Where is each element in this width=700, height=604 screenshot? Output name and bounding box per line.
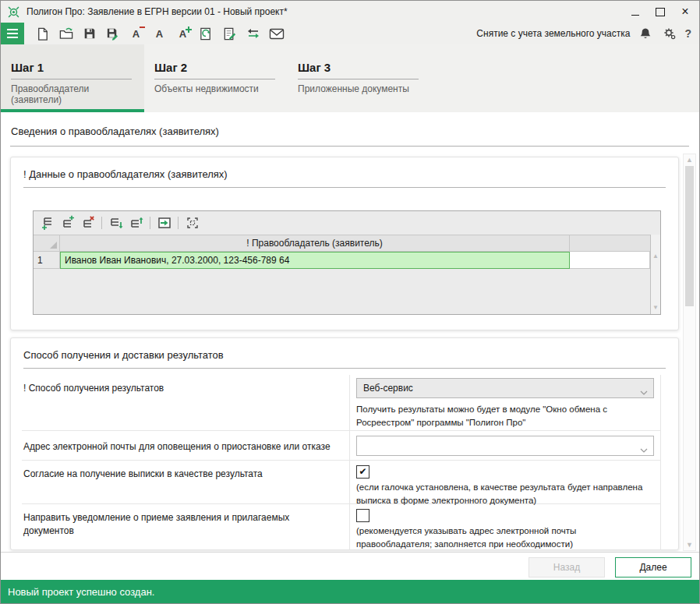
email-input[interactable]: [363, 440, 636, 452]
check-document-icon[interactable]: [221, 24, 239, 43]
table-toolbar: [34, 211, 660, 235]
wizard-steps: Шаг 1 Правообладатели (заявители) Шаг 2 …: [1, 44, 699, 112]
result-method-select[interactable]: Веб-сервис: [356, 378, 654, 398]
expand-table-icon[interactable]: [183, 214, 201, 232]
status-message: Новый проект успешно создан.: [8, 586, 154, 598]
section-divider: [10, 146, 689, 147]
close-button[interactable]: ×: [673, 1, 698, 23]
delete-row-icon[interactable]: [79, 214, 97, 232]
close-icon: ×: [681, 5, 688, 18]
wizard-footer: Назад Далее: [1, 552, 699, 581]
scroll-down-icon[interactable]: ▼: [684, 541, 695, 549]
delivery-card: Способ получения и доставки результатов …: [10, 337, 679, 550]
rightholders-card-title: ! Данные о правообладателях (заявителях): [23, 168, 666, 188]
grid-extra-header: [570, 235, 650, 252]
main-toolbar: A A A Снятие с учета земельного участка: [1, 23, 699, 44]
scroll-up-icon[interactable]: ▲: [684, 156, 695, 164]
step-sublabel: Правообладатели (заявители): [11, 83, 135, 105]
select-value: Веб-сервис: [363, 383, 413, 394]
module-label: Снятие с учета земельного участка: [476, 28, 630, 39]
grid-column-header[interactable]: ! Правообладатель (заявитель): [60, 235, 570, 252]
toolbar-separator: [178, 217, 179, 229]
window-title: Полигон Про: Заявление в ЕГРН версии 01 …: [27, 6, 288, 17]
chevron-down-icon: [640, 444, 648, 455]
grid-header-row: ! Правообладатель (заявитель): [34, 235, 650, 252]
minus-mark-icon: [140, 26, 145, 28]
table-row: 1 Иванов Иван Иванович, 27.03.2000, 123-…: [34, 252, 650, 269]
field-label: Направить уведомление о приеме заявления…: [22, 504, 349, 550]
row-number-cell[interactable]: 1: [34, 252, 60, 269]
grid-select-all-cell[interactable]: [34, 235, 60, 252]
app-logo-icon: [7, 5, 20, 19]
menu-button[interactable]: [1, 23, 24, 44]
delivery-card-title: Способ получения и доставки результатов: [23, 349, 666, 369]
toolbar-separator: [150, 217, 150, 229]
toolbar-icons: A A A: [24, 24, 285, 43]
status-bar: Новый проект успешно создан.: [1, 580, 699, 603]
plus-mark-icon: [186, 26, 192, 33]
move-row-down-icon[interactable]: [107, 214, 125, 232]
xml-view-icon[interactable]: [197, 24, 215, 43]
save-as-icon[interactable]: [104, 24, 122, 43]
rightholders-card: ! Данные о правообладателях (заявителях): [10, 157, 679, 330]
window-controls: ×: [623, 1, 698, 23]
minimize-icon: [631, 15, 639, 16]
field-notify: Направить уведомление о приеме заявления…: [22, 504, 660, 550]
scroll-up-icon[interactable]: ▲: [652, 253, 659, 260]
field-hint: (если галочка установлена, в качестве ре…: [356, 481, 654, 507]
title-bar: Полигон Про: Заявление в ЕГРН версии 01 …: [1, 1, 699, 23]
step-sublabel: Приложенные документы: [298, 83, 422, 94]
move-row-up-icon[interactable]: [127, 214, 145, 232]
add-row-icon[interactable]: [38, 214, 56, 232]
extract-consent-checkbox[interactable]: ✔: [356, 465, 369, 479]
font-default-icon[interactable]: A: [150, 24, 168, 43]
rightholder-cell[interactable]: Иванов Иван Иванович, 27.03.2000, 123-45…: [60, 252, 570, 269]
font-decrease-icon[interactable]: A: [127, 24, 145, 43]
notify-checkbox[interactable]: [356, 509, 369, 522]
next-button[interactable]: Далее: [615, 557, 691, 578]
toolbar-right: Снятие с учета земельного участка ?: [476, 24, 699, 43]
field-hint: Получить результаты можно будет в модуле…: [356, 403, 654, 429]
app-window: Полигон Про: Заявление в ЕГРН версии 01 …: [0, 0, 700, 604]
insert-row-icon[interactable]: [58, 214, 76, 232]
field-result-method: ! Способ получения результатов Веб-серви…: [22, 375, 660, 431]
tab-step-2[interactable]: Шаг 2 Объекты недвижимости: [144, 44, 288, 112]
field-label: ! Способ получения результатов: [22, 375, 349, 430]
send-mail-icon[interactable]: [267, 24, 285, 43]
scroll-down-icon[interactable]: ▼: [652, 305, 659, 311]
open-project-icon[interactable]: [57, 24, 75, 43]
scrollbar-thumb[interactable]: [685, 166, 694, 306]
field-label: Адрес электронной почты для оповещения о…: [22, 431, 349, 460]
page-scrollbar[interactable]: ▲ ▼: [683, 154, 696, 551]
rightholders-grid: ! Правообладатель (заявитель) 1 Иванов И…: [34, 235, 650, 269]
tab-step-3[interactable]: Шаг 3 Приложенные документы: [288, 44, 431, 112]
maximize-icon: [656, 8, 665, 16]
delivery-fields: ! Способ получения результатов Веб-серви…: [22, 375, 661, 550]
step-label: Шаг 2: [154, 61, 275, 79]
maximize-button[interactable]: [648, 1, 673, 23]
save-icon[interactable]: [80, 24, 98, 43]
back-button[interactable]: Назад: [529, 557, 605, 578]
import-row-icon[interactable]: [155, 214, 173, 232]
exchange-icon[interactable]: [244, 24, 262, 43]
main-content: Сведения о правообладателях (заявителях)…: [1, 112, 699, 552]
minimize-button[interactable]: [623, 1, 648, 23]
table-scrollbar[interactable]: ▲ ▼: [650, 235, 660, 314]
font-increase-icon[interactable]: A: [174, 24, 192, 43]
chevron-down-icon: [640, 387, 648, 397]
settings-gear-icon[interactable]: [660, 24, 678, 43]
new-project-icon[interactable]: [34, 24, 51, 43]
step-label: Шаг 3: [298, 61, 419, 79]
grid-extra-cell: [570, 252, 650, 269]
notifications-bell-icon[interactable]: [636, 24, 654, 43]
toolbar-separator: [101, 217, 102, 229]
check-icon: ✔: [359, 467, 366, 476]
field-email: Адрес электронной почты для оповещения о…: [22, 431, 660, 461]
rightholders-table-panel: ! Правообладатель (заявитель) 1 Иванов И…: [33, 210, 661, 315]
tab-step-1[interactable]: Шаг 1 Правообладатели (заявители): [1, 44, 144, 112]
help-icon[interactable]: ?: [684, 27, 691, 40]
field-label: Согласие на получение выписки в качестве…: [22, 461, 349, 503]
field-hint: (рекомендуется указывать адрес электронн…: [356, 525, 654, 550]
hamburger-icon: [7, 29, 18, 30]
email-combo[interactable]: [356, 436, 654, 456]
